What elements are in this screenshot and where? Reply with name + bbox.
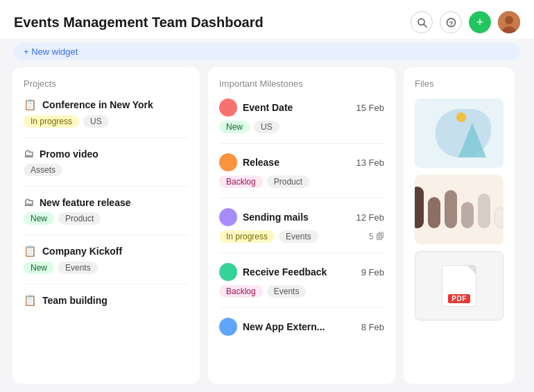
milestone-count: 5 🗐 — [369, 232, 384, 241]
project-title: Promo video — [40, 148, 98, 160]
list-item: Release 13 Feb Backlog Product — [219, 153, 384, 198]
add-button[interactable]: + — [469, 11, 491, 33]
columns-container: Projects 📋 Conference in New York In pro… — [0, 67, 534, 392]
projects-column: Projects 📋 Conference in New York In pro… — [12, 67, 200, 384]
milestone-name: New App Extern... — [243, 321, 325, 332]
tag-product: Product — [58, 212, 101, 225]
milestone-date: 13 Feb — [356, 157, 384, 168]
svg-text:?: ? — [449, 19, 453, 26]
project-tags: Assets — [24, 164, 189, 176]
status-badge: Backlog — [219, 176, 263, 188]
new-widget-button[interactable]: + New widget — [14, 43, 520, 60]
list-item: 📋 Team building — [24, 294, 189, 321]
svg-point-5 — [505, 16, 513, 24]
milestone-date: 8 Feb — [361, 322, 384, 332]
milestone-header: Sending mails 12 Feb — [219, 208, 384, 226]
milestone-name: Receive Feedback — [243, 266, 327, 278]
project-title: New feature release — [40, 197, 131, 208]
milestone-tags: In progress Events 5 🗐 — [219, 230, 384, 243]
folder-icon: 🗂 — [24, 148, 34, 160]
list-item: 🗂 New feature release New Product — [24, 196, 189, 235]
milestone-header: Event Date 15 Feb — [219, 99, 384, 117]
project-tags: In progress US — [24, 115, 189, 128]
tag-us: US — [83, 115, 109, 128]
avatar — [219, 153, 237, 171]
header: Events Management Team Dashboard ? + — [0, 0, 534, 39]
new-widget-label: + New widget — [24, 46, 78, 57]
milestone-tags: New US — [219, 121, 384, 133]
list-item: 🗂 Promo video Assets — [24, 148, 189, 187]
search-button[interactable] — [411, 11, 433, 33]
files-title: Files — [415, 78, 503, 89]
color-bars-chart — [415, 185, 503, 234]
list-item: Receive Feedback 9 Feb Backlog Events — [219, 263, 384, 308]
document-icon: 📋 — [24, 99, 37, 111]
project-name: 🗂 Promo video — [24, 148, 189, 160]
project-name: 📋 Company Kickoff — [24, 245, 189, 257]
help-button[interactable]: ? — [440, 11, 462, 33]
project-tags: New Product — [24, 212, 189, 225]
tag-events: Events — [58, 262, 98, 274]
page-title: Events Management Team Dashboard — [14, 15, 264, 31]
list-item: 📋 Company Kickoff New Events — [24, 245, 189, 284]
status-badge: New — [24, 262, 54, 274]
milestone-header: New App Extern... 8 Feb — [219, 318, 384, 336]
decorative-triangle — [458, 123, 486, 157]
milestone-date: 9 Feb — [361, 267, 384, 278]
list-item: Sending mails 12 Feb In progress Events … — [219, 208, 384, 253]
avatar — [219, 99, 237, 117]
file-thumbnail-1[interactable] — [415, 99, 503, 168]
pdf-icon: PDF — [442, 265, 476, 307]
status-badge: New — [24, 212, 54, 225]
project-title: Team building — [42, 295, 107, 306]
avatar — [219, 208, 237, 226]
project-name: 📋 Conference in New York — [24, 99, 189, 111]
document-icon: 📋 — [24, 294, 37, 307]
projects-title: Projects — [24, 78, 189, 89]
milestone-tags: Backlog Events — [219, 285, 384, 298]
avatar[interactable] — [498, 11, 520, 33]
status-badge: In progress — [219, 230, 275, 243]
tag-us: US — [254, 121, 279, 133]
tag-product: Product — [267, 176, 309, 188]
tag-events: Events — [267, 285, 307, 298]
svg-line-1 — [424, 24, 427, 27]
status-badge: Backlog — [219, 285, 263, 298]
tag-assets: Assets — [24, 164, 62, 176]
project-name: 🗂 New feature release — [24, 196, 189, 208]
files-column: Files PDF — [404, 67, 515, 384]
decorative-dot — [456, 112, 466, 122]
pdf-corner — [467, 266, 476, 274]
project-title: Company Kickoff — [42, 246, 122, 257]
status-badge: In progress — [24, 115, 79, 128]
status-badge: New — [219, 121, 250, 133]
milestone-tags: Backlog Product — [219, 176, 384, 188]
folder-icon: 🗂 — [24, 196, 34, 208]
milestone-name: Release — [243, 157, 279, 168]
milestone-date: 15 Feb — [356, 103, 384, 113]
milestones-title: Important Milestones — [219, 78, 384, 89]
project-tags: New Events — [24, 262, 189, 274]
pdf-label: PDF — [448, 294, 470, 303]
milestone-header: Receive Feedback 9 Feb — [219, 263, 384, 281]
pdf-page: PDF — [442, 265, 476, 307]
milestone-name: Event Date — [243, 102, 293, 113]
avatar — [219, 318, 237, 336]
project-name: 📋 Team building — [24, 294, 189, 307]
list-item: 📋 Conference in New York In progress US — [24, 99, 189, 138]
file-thumbnail-2[interactable] — [415, 175, 503, 244]
avatar — [219, 263, 237, 281]
milestone-header: Release 13 Feb — [219, 153, 384, 171]
document-icon: 📋 — [24, 245, 37, 257]
list-item: New App Extern... 8 Feb — [219, 318, 384, 350]
tag-events: Events — [279, 230, 318, 243]
milestones-column: Important Milestones Event Date 15 Feb N… — [208, 67, 395, 384]
project-title: Conference in New York — [42, 99, 153, 110]
milestone-date: 12 Feb — [356, 212, 384, 223]
header-actions: ? + — [411, 11, 520, 33]
list-item: Event Date 15 Feb New US — [219, 99, 384, 144]
file-thumbnail-3[interactable]: PDF — [415, 251, 503, 321]
milestone-name: Sending mails — [243, 212, 309, 223]
